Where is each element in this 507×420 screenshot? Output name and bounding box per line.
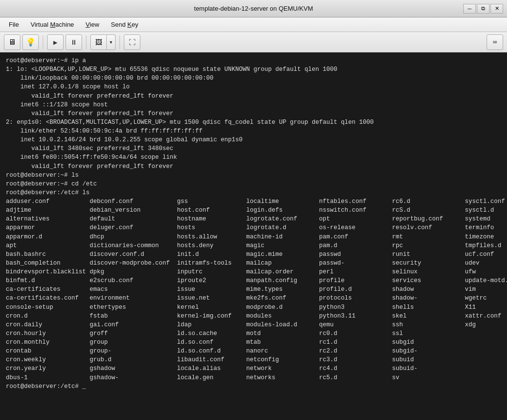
minimize-button[interactable]: ─ xyxy=(463,4,476,14)
menu-send-key[interactable]: Send Key xyxy=(106,19,143,30)
toolbar-separator-2 xyxy=(86,35,86,49)
fullscreen-icon: ⛶ xyxy=(129,38,135,46)
sendkey-button[interactable]: ⌨ xyxy=(487,34,503,50)
monitor-button[interactable]: 🖥 xyxy=(4,34,20,50)
title-bar: template-debian-12-server on QEMU/KVM ─ … xyxy=(0,0,507,17)
screenshot-dropdown: 🖼 ▼ xyxy=(90,34,116,50)
screenshot-button[interactable]: 🖼 xyxy=(90,34,107,50)
menu-virtual-machine[interactable]: Virtual Machine xyxy=(26,19,79,30)
fullscreen-button[interactable]: ⛶ xyxy=(124,34,140,50)
play-button[interactable]: ▶ xyxy=(47,34,64,50)
terminal-output[interactable]: root@debserver:~# ip a 1: lo: <LOOPBACK,… xyxy=(0,52,507,420)
close-button[interactable]: ✕ xyxy=(490,4,503,14)
pause-button[interactable]: ⏸ xyxy=(66,34,82,50)
window-controls: ─ ⧉ ✕ xyxy=(463,4,503,14)
pause-icon: ⏸ xyxy=(70,38,77,46)
bulb-icon: 💡 xyxy=(26,37,35,47)
toolbar-right-area: ⌨ xyxy=(487,34,503,50)
menu-bar: File Virtual Machine View Send Key xyxy=(0,17,507,32)
toolbar: 🖥 💡 ▶ ⏸ 🖼 ▼ ⛶ ⌨ xyxy=(0,32,507,52)
screenshot-arrow-button[interactable]: ▼ xyxy=(107,34,116,50)
bulb-button[interactable]: 💡 xyxy=(22,34,39,50)
menu-view[interactable]: View xyxy=(81,19,104,30)
menu-file[interactable]: File xyxy=(4,19,24,30)
monitor-icon: 🖥 xyxy=(8,37,16,47)
sendkey-icon: ⌨ xyxy=(493,38,497,46)
toolbar-separator-3 xyxy=(119,35,120,49)
window-title: template-debian-12-server on QEMU/KVM xyxy=(194,5,313,12)
screenshot-icon: 🖼 xyxy=(95,38,102,46)
restore-button[interactable]: ⧉ xyxy=(477,4,490,14)
play-icon: ▶ xyxy=(53,38,57,46)
chevron-down-icon: ▼ xyxy=(110,40,112,45)
toolbar-separator-1 xyxy=(43,35,43,49)
